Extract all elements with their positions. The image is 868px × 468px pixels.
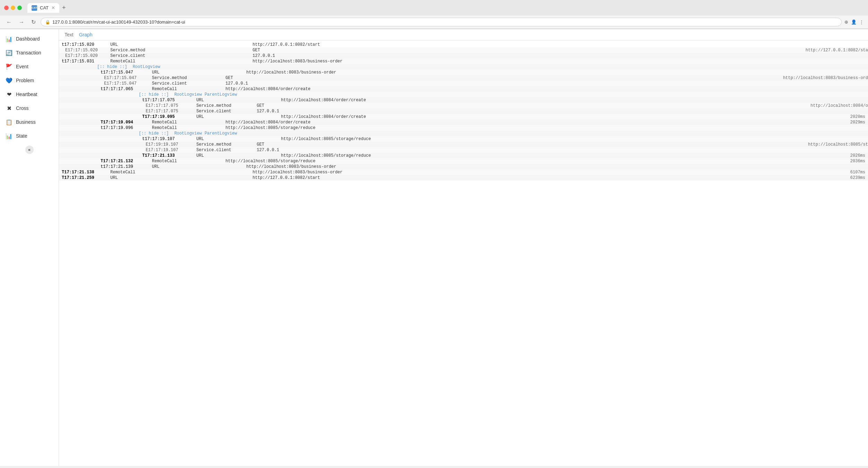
profile-icon[interactable]: 👤 xyxy=(851,19,857,25)
log-data: 127.0.0.1 xyxy=(257,148,868,153)
log-type: Service.method xyxy=(149,76,205,80)
log-time: t17:17:19.107 xyxy=(142,137,191,141)
log-duration: 6239ms xyxy=(840,175,868,180)
rootlogview-link-2[interactable]: RootLogview xyxy=(174,92,202,97)
collapse-button[interactable]: « xyxy=(25,146,34,154)
log-time: t17:17:21.139 xyxy=(101,164,149,169)
sidebar: 📊 Dashboard 🔄 Transaction 🚩 Event 💙 Prob… xyxy=(0,29,59,466)
log-type: Service.client xyxy=(191,109,246,114)
log-row: T17:17:21.132 RemoteCall http://localhos… xyxy=(59,158,868,164)
log-data: 127.0.0.1 xyxy=(257,109,868,114)
log-type: URL xyxy=(110,42,166,47)
sidebar-item-business[interactable]: 📋 Business xyxy=(0,115,59,129)
new-tab-button[interactable]: + xyxy=(59,3,69,13)
close-button[interactable] xyxy=(4,6,9,10)
log-data: http://localhost:8085/storage/reduce xyxy=(225,159,533,164)
log-row: E17:19:19.107 Service.method GET http://… xyxy=(59,142,868,147)
parentlogview-link[interactable]: ParentLogview xyxy=(205,92,237,97)
tab-close-button[interactable]: ✕ xyxy=(51,5,55,10)
log-data: GET xyxy=(225,76,731,80)
tab-graph[interactable]: Graph xyxy=(79,32,93,37)
hide-link-3[interactable]: [:: hide ::] xyxy=(139,131,169,136)
main-content: Text Graph t17:17:15.020 URL http://127.… xyxy=(59,29,868,466)
log-extra: http://127.0.0.1:8082/sta xyxy=(736,48,868,53)
log-type: URL xyxy=(191,137,246,141)
log-row: E17:17:19.107 Service.client 127.0.0.1 xyxy=(59,147,868,153)
log-row: E17:17:17.075 Service.method GET http://… xyxy=(59,103,868,109)
log-row: t17:17:15.020 URL http://127.0.0.1:8082/… xyxy=(59,42,868,47)
log-row: T17:17:19.094 RemoteCall http://localhos… xyxy=(59,120,868,125)
menu-icon[interactable]: ⋮ xyxy=(859,19,864,25)
log-data: GET xyxy=(257,103,776,108)
log-data: http://localhost:8085/storage/reduce xyxy=(281,153,561,158)
tab-title: CAT xyxy=(40,5,49,10)
minimize-button[interactable] xyxy=(11,6,15,10)
rootlogview-link-3[interactable]: RootLogview xyxy=(174,131,202,136)
log-extra: http://localhost:8085/st xyxy=(773,142,868,147)
log-type: URL xyxy=(149,164,205,169)
nav-bar: ← → ↻ 🔒 127.0.0.1:8080/cat/r/m/cat-ui-ac… xyxy=(0,16,868,29)
hide-link-2[interactable]: [:: hide ::] xyxy=(139,92,169,97)
sidebar-item-heartbeat[interactable]: ❤ Heartbeat xyxy=(0,87,59,101)
log-data: http://127.0.0.1:8082/start xyxy=(253,175,546,180)
log-time: t17:17:15.047 xyxy=(101,70,149,75)
log-row: T17:17:19.095 URL http://localhost:8084/… xyxy=(59,114,868,120)
log-type: Service.client xyxy=(110,53,166,58)
log-type: RemoteCall xyxy=(110,59,166,64)
log-type: URL xyxy=(191,153,246,158)
sidebar-item-transaction[interactable]: 🔄 Transaction xyxy=(0,46,59,60)
log-type: Service.method xyxy=(191,103,246,108)
sidebar-label-transaction: Transaction xyxy=(16,50,41,55)
url-text: 127.0.0.1:8080/cat/r/m/cat-ui-ac100149-4… xyxy=(52,19,185,25)
log-data: http://127.0.0.1:8082/start xyxy=(253,42,868,47)
log-time: E17:17:17.075 xyxy=(142,109,191,114)
log-data: http://localhost:8083/business-order xyxy=(246,164,868,169)
log-row: t17:17:21.139 URL http://localhost:8083/… xyxy=(59,164,868,170)
dashboard-icon: 📊 xyxy=(6,35,12,42)
log-row: t17:17:17.075 URL http://localhost:8084/… xyxy=(59,97,868,103)
log-data: http://localhost:8084/order/create xyxy=(281,114,561,119)
log-type: Service.method xyxy=(191,142,246,147)
active-tab[interactable]: CAT CAT ✕ xyxy=(27,3,59,13)
log-row: E17:17:15.047 Service.client 127.0.0.1 xyxy=(59,81,868,86)
log-time: t17:17:17.075 xyxy=(142,98,191,103)
log-time: T17:17:21.138 xyxy=(62,170,110,175)
log-time: E17:17:15.047 xyxy=(101,81,149,86)
sidebar-item-dashboard[interactable]: 📊 Dashboard xyxy=(0,32,59,46)
hide-link[interactable]: [:: hide ::] xyxy=(97,64,127,69)
log-type: RemoteCall xyxy=(149,120,205,125)
sidebar-item-event[interactable]: 🚩 Event xyxy=(0,60,59,73)
log-type: URL xyxy=(110,175,166,180)
sidebar-label-business: Business xyxy=(16,119,36,125)
sidebar-item-state[interactable]: 📊 State xyxy=(0,129,59,143)
log-type: URL xyxy=(191,98,246,103)
log-row: T17:17:21.138 RemoteCall http://localhos… xyxy=(59,170,868,175)
translate-icon[interactable]: ⊕ xyxy=(844,19,848,25)
log-type: Service.method xyxy=(110,48,166,53)
rootlogview-link[interactable]: RootLogview xyxy=(133,64,160,69)
sidebar-item-problem[interactable]: 💙 Problem xyxy=(0,73,59,87)
app: 📊 Dashboard 🔄 Transaction 🚩 Event 💙 Prob… xyxy=(0,29,868,466)
forward-button[interactable]: → xyxy=(17,18,26,26)
log-time: E17:17:17.075 xyxy=(142,103,191,108)
title-bar: CAT CAT ✕ + xyxy=(0,0,868,16)
back-button[interactable]: ← xyxy=(4,18,14,26)
log-data: http://localhost:8084/order/create xyxy=(225,87,868,92)
log-time: E17:17:15.020 xyxy=(62,53,110,58)
cross-icon: ✖ xyxy=(6,105,12,112)
log-row-links: [:: hide ::] RootLogview ParentLogview xyxy=(59,131,868,136)
log-time: t17:17:15.020 xyxy=(62,42,110,47)
log-extra: http://localhost:8084/o xyxy=(776,103,868,108)
maximize-button[interactable] xyxy=(17,6,22,10)
log-row: T17:17:21.259 URL http://127.0.0.1:8082/… xyxy=(59,175,868,181)
log-data: http://localhost:8083/business-order xyxy=(246,70,868,75)
sidebar-item-cross[interactable]: ✖ Cross xyxy=(0,101,59,115)
url-bar[interactable]: 🔒 127.0.0.1:8080/cat/r/m/cat-ui-ac100149… xyxy=(41,18,842,26)
parentlogview-link-2[interactable]: ParentLogview xyxy=(205,131,237,136)
reload-button[interactable]: ↻ xyxy=(29,18,38,26)
log-data: GET xyxy=(257,142,773,147)
tab-text[interactable]: Text xyxy=(65,32,74,37)
state-icon: 📊 xyxy=(6,132,12,139)
log-data: GET xyxy=(253,48,736,53)
log-type: Service.client xyxy=(191,148,246,153)
